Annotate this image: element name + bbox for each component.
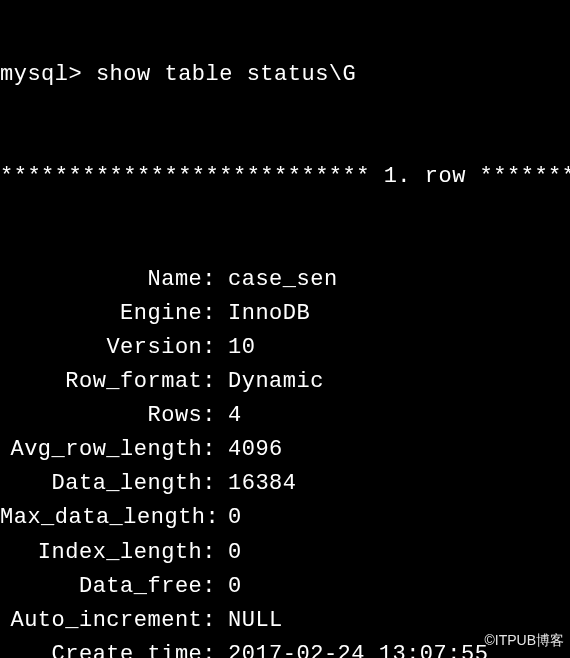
field-row: Name:case_sen	[0, 263, 570, 297]
field-value: 16384	[216, 467, 297, 501]
field-label: Max_data_length:	[0, 501, 216, 535]
field-row: Data_length:16384	[0, 467, 570, 501]
field-row: Index_length:0	[0, 536, 570, 570]
field-row: Data_free:0	[0, 570, 570, 604]
field-label: Create_time:	[0, 638, 216, 658]
field-value: Dynamic	[216, 365, 324, 399]
field-row: Avg_row_length:4096	[0, 433, 570, 467]
field-label: Auto_increment:	[0, 604, 216, 638]
field-label: Row_format:	[0, 365, 216, 399]
field-label: Index_length:	[0, 536, 216, 570]
field-value: 2017-02-24 13:07:55	[216, 638, 488, 658]
field-value: case_sen	[216, 263, 338, 297]
field-value: 4	[216, 399, 242, 433]
field-label: Data_length:	[0, 467, 216, 501]
field-row: Row_format:Dynamic	[0, 365, 570, 399]
field-value: 4096	[216, 433, 283, 467]
field-row: Rows:4	[0, 399, 570, 433]
field-label: Version:	[0, 331, 216, 365]
fields-container: Name:case_senEngine:InnoDBVersion:10Row_…	[0, 263, 570, 658]
field-label: Avg_row_length:	[0, 433, 216, 467]
field-value: 0	[216, 536, 242, 570]
field-row: Max_data_length:0	[0, 501, 570, 535]
terminal-output: mysql> show table status\G *************…	[0, 0, 570, 658]
field-value: NULL	[216, 604, 283, 638]
field-label: Name:	[0, 263, 216, 297]
field-row: Engine:InnoDB	[0, 297, 570, 331]
field-row: Version:10	[0, 331, 570, 365]
field-value: 10	[216, 331, 255, 365]
prompt-line: mysql> show table status\G	[0, 58, 570, 92]
row-header: *************************** 1. row *****…	[0, 160, 570, 194]
field-value: 0	[216, 501, 242, 535]
field-label: Rows:	[0, 399, 216, 433]
field-label: Engine:	[0, 297, 216, 331]
field-label: Data_free:	[0, 570, 216, 604]
field-value: 0	[216, 570, 242, 604]
field-value: InnoDB	[216, 297, 310, 331]
watermark: ©ITPUB博客	[484, 630, 564, 652]
